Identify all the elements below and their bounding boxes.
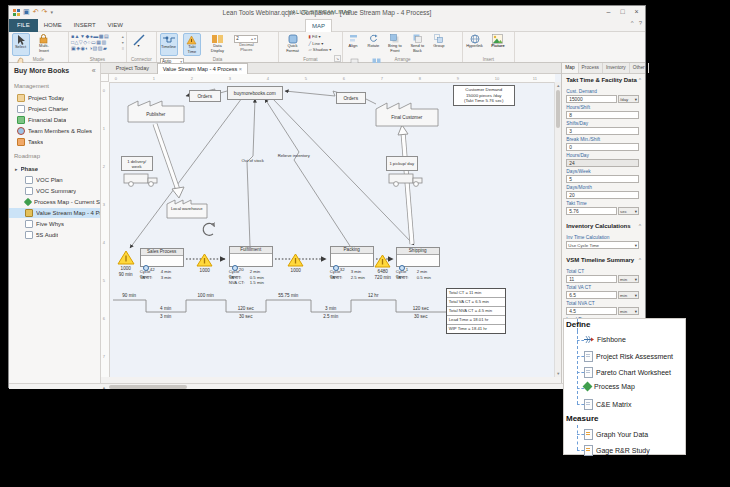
inventory-triangle[interactable] [197, 254, 212, 266]
break-min-input[interactable]: 0 [566, 143, 639, 151]
sidebar-item-financial-data[interactable]: Financial Data [9, 115, 100, 125]
sidebar-item-5s-audit[interactable]: 5S Audit [9, 230, 100, 240]
total-va-ct-field[interactable]: 6.5 [566, 291, 617, 299]
tab-process[interactable]: Process [579, 63, 603, 73]
sidebar-item-voc-summary[interactable]: VOC Summary [9, 186, 100, 196]
close-button[interactable]: × [630, 7, 643, 17]
tool-item-gage-rr-study[interactable]: Gage R&R Study [584, 445, 650, 456]
inventory-triangle[interactable] [118, 251, 134, 264]
align-button[interactable]: Align [346, 33, 361, 56]
inventory-triangle[interactable] [375, 255, 390, 267]
inventory-triangle[interactable] [288, 254, 303, 266]
sidebar-collapse-icon[interactable]: « [92, 67, 96, 74]
days-month-input[interactable]: 20 [566, 191, 639, 199]
sidebar-item-five-whys[interactable]: Five Whys [9, 219, 100, 229]
sidebar-item-project-charter[interactable]: Project Charter [9, 104, 100, 114]
shipment-arrow-publisher-to-warehouse[interactable] [155, 124, 184, 198]
days-week-input[interactable]: 5 [566, 175, 639, 183]
total-nva-ct-field[interactable]: 4.5 [566, 307, 617, 315]
sidebar-item-tasks[interactable]: Tasks [9, 137, 100, 147]
sidebar-item-voc-plan[interactable]: VOC Plan [9, 175, 100, 185]
help-icon[interactable]: ? [639, 20, 642, 26]
collapse-ribbon-icon[interactable]: ^ [631, 20, 634, 26]
tool-item-ce-matrix[interactable]: C&E Matrix [584, 399, 631, 410]
tab-home[interactable]: HOME [38, 19, 68, 32]
tab-inventory[interactable]: Inventory [603, 63, 630, 73]
send-to-back-button[interactable]: Send to Back [409, 33, 426, 56]
customer-demand-note[interactable]: Customer Demand 15000 pieces /day (Takt … [453, 85, 515, 106]
process-box-shipping[interactable]: Shipping 1 [396, 247, 440, 267]
hours-shift-input[interactable]: 8 [566, 111, 639, 119]
shapes-gallery[interactable]: ■▲▼◆●▬▩▤ □△▽◇○▭▦▥ ▣◈◉◐◑▧▨▰ [71, 33, 121, 51]
orders-label-box[interactable]: Orders [336, 92, 366, 104]
roadmap-phase-node[interactable]: ▸Phase [9, 164, 100, 174]
scrollbar-thumb[interactable] [556, 90, 560, 128]
inv-time-calc-select[interactable]: Use Cycle Time▾ [566, 241, 639, 249]
group-button[interactable]: Group [431, 33, 446, 56]
restore-button[interactable]: □ [616, 7, 629, 17]
process-box-fulfillment[interactable]: Fulfillment 20 [229, 246, 273, 267]
shipment-arrow-shipping-to-customer[interactable] [398, 125, 412, 244]
tab-insert[interactable]: INSERT [68, 19, 102, 32]
timeline-button[interactable]: Timeline [160, 33, 178, 56]
scroll-left-icon[interactable]: ▲ [101, 384, 107, 391]
rework-loop-icon[interactable] [203, 223, 214, 235]
bring-to-front-button[interactable]: Bring to Front [386, 33, 403, 56]
relieve-inventory-arrow[interactable] [265, 99, 350, 246]
truck-icon[interactable] [124, 174, 157, 186]
total-va-ct-unit-select[interactable]: min▾ [618, 291, 639, 299]
tool-item-process-map[interactable]: Process Map [584, 383, 635, 390]
tab-other[interactable]: Other [630, 63, 649, 73]
minimize-button[interactable]: – [602, 7, 615, 17]
takt-time-button[interactable]: Takt Time [183, 33, 201, 56]
close-tab-icon[interactable]: × [239, 66, 242, 72]
takt-time-input[interactable]: 5.76 [566, 207, 617, 215]
connector-button[interactable]: ▾ [130, 33, 148, 56]
shadow-button[interactable]: ▱ Shadow ▾ [308, 47, 331, 54]
orders-label-box[interactable]: Orders [189, 90, 221, 102]
select-button[interactable]: Select [12, 33, 30, 56]
tool-item-fishbone[interactable]: Fishbone [584, 335, 626, 344]
rotate-button[interactable]: Rotate [366, 33, 381, 56]
tool-item-pareto-chart-worksheet[interactable]: Pareto Chart Worksheet [584, 367, 671, 378]
map-canvas[interactable]: 01 23 45 67 89 1011 01 23 45 67 ▲ ▼ [101, 74, 562, 377]
sidebar-item-process-map-current[interactable]: Process Map - Current State [9, 197, 100, 207]
tab-file[interactable]: FILE [9, 19, 38, 32]
out-of-stock-arrow[interactable] [247, 99, 255, 246]
picture-button[interactable]: Picture [489, 33, 507, 56]
doctab-value-stream-map[interactable]: Value Stream Map - 4 Process × [157, 63, 248, 74]
quick-format-button[interactable]: Quick Format [282, 33, 304, 56]
scrollbar-thumb[interactable] [109, 385, 187, 389]
total-ct-unit-select[interactable]: min▾ [618, 275, 639, 283]
sidebar-item-project-today[interactable]: Project Today [9, 93, 100, 103]
truck2-label-box[interactable]: 1 pickup/ day [386, 156, 418, 171]
multi-insert-button[interactable]: Multi-Insert [35, 33, 53, 56]
tool-item-project-risk-assessment[interactable]: Project Risk Assessment [584, 351, 673, 362]
cust-demand-unit-select[interactable]: /day▾ [618, 95, 639, 103]
total-ct-field[interactable]: 11 [566, 275, 617, 283]
total-nva-ct-unit-select[interactable]: min▾ [618, 307, 639, 315]
collapse-section-icon[interactable]: ^ [639, 77, 641, 83]
truck1-label-box[interactable]: 1 delivery/ week [121, 156, 153, 171]
hub-box[interactable]: buymorebooks.com [227, 86, 283, 100]
collapse-section-icon[interactable]: ^ [639, 257, 641, 263]
collapse-section-icon[interactable]: ^ [639, 223, 641, 229]
sidebar-item-team-members[interactable]: Team Members & Roles [9, 126, 100, 136]
tool-item-graph-your-data[interactable]: Graph Your Data [584, 429, 648, 440]
timeline-summary-box[interactable]: Total CT = 11 min Total VA CT = 6.5 min … [446, 288, 506, 334]
cust-demand-input[interactable]: 15000 [566, 95, 617, 103]
takt-time-unit-select[interactable]: sec▾ [618, 207, 639, 215]
shapes-gallery-scroll[interactable]: ▴▾≡ [122, 34, 124, 52]
sidebar-item-value-stream-map[interactable]: Value Stream Map - 4 Process [9, 208, 100, 218]
tab-map[interactable]: MAP [305, 19, 332, 32]
tab-map[interactable]: Map [562, 63, 578, 73]
doctab-project-today[interactable]: Project Today [111, 63, 154, 74]
process-box-packing[interactable]: Packing 32 [330, 246, 374, 267]
tab-view[interactable]: VIEW [102, 19, 129, 32]
data-display-button[interactable]: Data Display [206, 33, 228, 56]
hyperlink-button[interactable]: Hyperlink [466, 33, 484, 56]
canvas-horizontal-scrollbar[interactable]: ▲ [9, 383, 645, 389]
shifts-day-input[interactable]: 3 [566, 127, 639, 135]
expander-icon[interactable]: ▸ [15, 166, 18, 172]
process-box-sales[interactable]: Sales Process 42 [140, 248, 184, 267]
